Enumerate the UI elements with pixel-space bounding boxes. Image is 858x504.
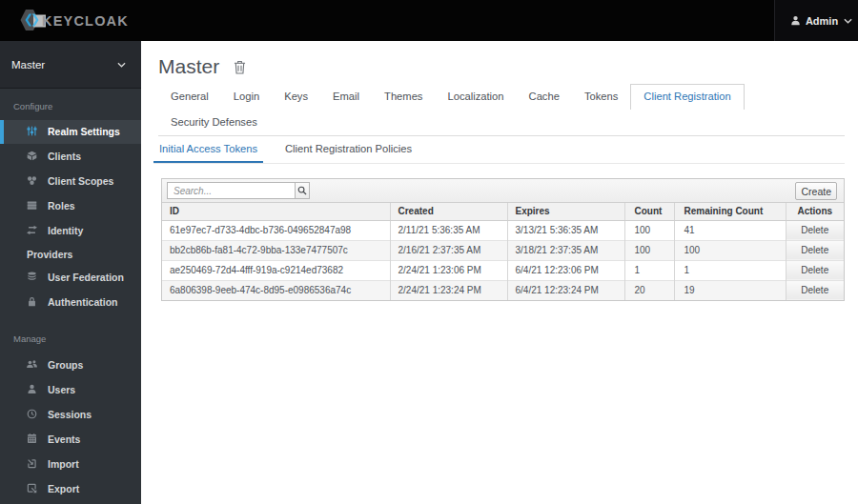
sessions-icon [27, 404, 37, 428]
cell-remaining-count: 19 [674, 280, 786, 300]
cell-created: 2/24/21 1:23:06 PM [390, 260, 507, 280]
topbar: KEYCLOAK Admin [0, 0, 858, 41]
realm-settings-icon [27, 121, 37, 145]
sidebar-item-label: Import [48, 458, 79, 470]
subtab-client-registration-policies[interactable]: Client Registration Policies [279, 136, 418, 163]
sidebar-item-users[interactable]: Users [0, 378, 141, 402]
sidebar-item-realm-settings[interactable]: Realm Settings [0, 120, 141, 144]
column-header-actions: Actions [786, 203, 844, 220]
clients-icon [27, 146, 37, 170]
tab-security-defenses[interactable]: Security Defenses [158, 110, 270, 135]
user-federation-icon [27, 267, 37, 291]
column-header-id: ID [162, 203, 390, 220]
sidebar-item-clients[interactable]: Clients [0, 145, 141, 169]
cell-remaining-count: 1 [674, 260, 786, 280]
realm-chevron-down-icon [117, 62, 126, 68]
main-content: Master General Login Keys Email Themes L… [141, 41, 858, 504]
tab-cache[interactable]: Cache [517, 84, 572, 110]
delete-token-button[interactable]: Delete [786, 280, 844, 300]
realm-selector-label: Master [11, 59, 117, 71]
tab-login[interactable]: Login [221, 84, 272, 110]
cell-remaining-count: 100 [674, 240, 786, 260]
delete-realm-button[interactable] [234, 60, 246, 74]
cell-count: 100 [624, 220, 674, 240]
sidebar-item-export[interactable]: Export [0, 477, 141, 501]
cell-expires: 6/4/21 12:23:06 PM [507, 260, 624, 280]
sidebar-item-label: User Federation [48, 272, 124, 283]
sidebar-item-label: Clients [48, 151, 81, 162]
identity-providers-icon [27, 220, 37, 243]
user-name: Admin [806, 15, 838, 27]
events-icon [27, 429, 37, 453]
sidebar-section-configure: Configure [0, 89, 141, 120]
sidebar-item-label: Users [48, 384, 75, 395]
sidebar-item-label: Sessions [48, 409, 92, 420]
sidebar-item-label: Groups [48, 359, 83, 371]
table-row: 6a806398-9eeb-474c-8d95-e0986536a74c 2/2… [162, 280, 844, 300]
create-button[interactable]: Create [795, 182, 837, 200]
sidebar-item-user-federation[interactable]: User Federation [0, 266, 141, 290]
tab-themes[interactable]: Themes [372, 84, 435, 110]
column-header-remaining-count: Remaining Count [674, 203, 786, 220]
delete-token-button[interactable]: Delete [786, 240, 844, 260]
user-icon [790, 15, 801, 26]
table-row: 61e97ec7-d733-4dbc-b736-049652847a98 2/1… [162, 220, 844, 240]
cell-id: 6a806398-9eeb-474c-8d95-e0986536a74c [162, 280, 390, 300]
sidebar-item-events[interactable]: Events [0, 428, 141, 452]
cell-remaining-count: 41 [674, 220, 786, 240]
cell-id: bb2cb86b-fa81-4c72-9bba-133e7477507c [162, 240, 390, 260]
cell-expires: 3/13/21 5:36:35 AM [507, 220, 624, 240]
realm-selector[interactable]: Master [0, 41, 141, 89]
cell-expires: 3/18/21 2:37:35 AM [507, 240, 624, 260]
cell-created: 2/11/21 5:36:35 AM [390, 220, 507, 240]
tab-client-registration[interactable]: Client Registration [630, 84, 744, 110]
users-icon [27, 379, 37, 403]
delete-token-button[interactable]: Delete [786, 220, 844, 240]
sidebar-item-label: Events [48, 433, 80, 445]
sidebar-item-identity-providers[interactable]: Identity Providers [0, 219, 141, 265]
sidebar-item-import[interactable]: Import [0, 453, 141, 476]
delete-token-button[interactable]: Delete [786, 260, 844, 280]
client-scopes-icon [27, 171, 37, 194]
export-icon [27, 478, 37, 502]
sidebar-item-groups[interactable]: Groups [0, 353, 141, 377]
sidebar-item-authentication[interactable]: Authentication [0, 291, 141, 314]
authentication-icon [27, 292, 37, 315]
column-header-expires: Expires [507, 203, 624, 220]
sidebar-item-label: Authentication [48, 296, 118, 308]
cell-expires: 6/4/21 12:23:24 PM [507, 280, 624, 300]
column-header-count: Count [624, 203, 674, 220]
cell-created: 2/24/21 1:23:24 PM [390, 280, 507, 300]
tab-localization[interactable]: Localization [435, 84, 516, 110]
table-header-row: ID Created Expires Count Remaining Count… [162, 203, 844, 220]
sidebar: Master Configure Realm Settings Clients [0, 41, 141, 504]
search-icon [297, 186, 307, 195]
tab-email[interactable]: Email [320, 84, 372, 110]
table-row: bb2cb86b-fa81-4c72-9bba-133e7477507c 2/1… [162, 240, 844, 260]
keycloak-logo[interactable]: KEYCLOAK [20, 9, 129, 33]
cell-id: 61e97ec7-d733-4dbc-b736-049652847a98 [162, 220, 390, 240]
tab-general[interactable]: General [158, 84, 221, 110]
subtab-initial-access-tokens[interactable]: Initial Access Tokens [153, 136, 263, 163]
client-registration-subtabs: Initial Access Tokens Client Registratio… [153, 136, 845, 164]
tab-keys[interactable]: Keys [272, 84, 320, 110]
sidebar-item-label: Realm Settings [48, 126, 120, 137]
groups-icon [27, 354, 37, 378]
realm-tabs: General Login Keys Email Themes Localiza… [158, 84, 845, 136]
search-input[interactable] [167, 182, 296, 199]
sidebar-section-manage: Manage [0, 315, 141, 353]
roles-icon [27, 195, 37, 219]
tab-tokens[interactable]: Tokens [572, 84, 630, 110]
user-menu[interactable]: Admin [774, 0, 858, 41]
search-group [167, 182, 310, 199]
initial-access-tokens-table: ID Created Expires Count Remaining Count… [162, 203, 844, 300]
sidebar-item-client-scopes[interactable]: Client Scopes [0, 170, 141, 193]
sidebar-item-sessions[interactable]: Sessions [0, 403, 141, 427]
cell-count: 20 [624, 280, 674, 300]
sidebar-item-label: Export [48, 483, 79, 494]
user-chevron-down-icon [844, 18, 852, 24]
search-button[interactable] [295, 182, 310, 199]
cell-created: 2/16/21 2:37:35 AM [390, 240, 507, 260]
sidebar-item-roles[interactable]: Roles [0, 194, 141, 218]
page-title: Master [158, 55, 219, 78]
